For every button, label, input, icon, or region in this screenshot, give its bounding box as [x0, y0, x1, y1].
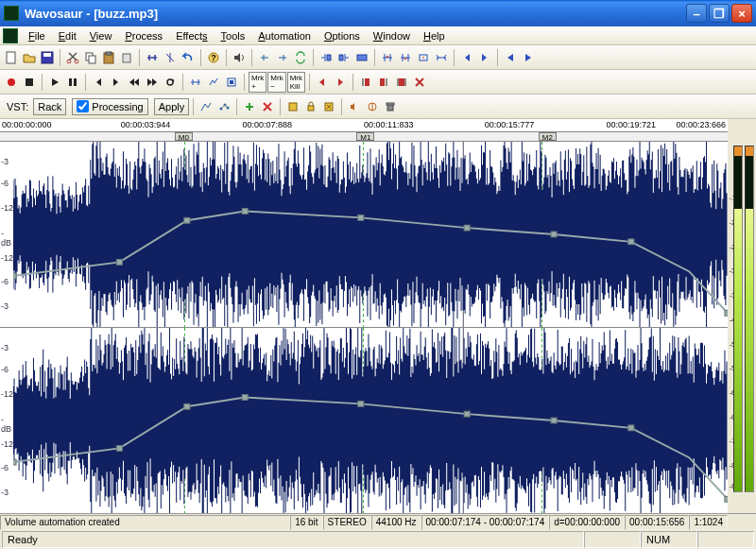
svg-rect-15: [26, 78, 33, 86]
loop-both-icon[interactable]: [393, 74, 410, 91]
gostart-icon[interactable]: [458, 49, 475, 66]
vst-apply-button[interactable]: Apply: [154, 98, 190, 115]
proc1-icon[interactable]: [187, 74, 204, 91]
sel-l-icon[interactable]: [318, 49, 335, 66]
skip-next-icon[interactable]: [520, 49, 537, 66]
menu-edit[interactable]: Edit: [52, 28, 83, 43]
ruler-tick: 00:00:07:888: [242, 120, 292, 129]
zoomin-icon[interactable]: [379, 49, 396, 66]
menu-window[interactable]: Window: [367, 28, 417, 43]
env-icon-1[interactable]: [198, 98, 215, 115]
record-button[interactable]: [3, 74, 20, 91]
menu-tools[interactable]: Tools: [215, 28, 252, 43]
copy-icon[interactable]: [82, 49, 99, 66]
menu-options[interactable]: Options: [318, 28, 367, 43]
loop-del-icon[interactable]: [411, 74, 428, 91]
ruler-tick: 00:00:11:833: [364, 120, 414, 129]
svg-rect-51: [116, 445, 122, 451]
svg-rect-37: [116, 259, 122, 265]
menu-view[interactable]: View: [83, 28, 119, 43]
marker-2[interactable]: M2: [539, 132, 557, 141]
menu-effects[interactable]: Effects: [169, 28, 214, 43]
svg-rect-8: [106, 52, 112, 55]
time-ruler[interactable]: 00:00:00:000 00:00:03:944 00:00:07:888 0…: [0, 119, 728, 132]
pan-env-icon[interactable]: [364, 98, 381, 115]
zoom-icon-1[interactable]: [256, 49, 273, 66]
go-begin-button[interactable]: [90, 74, 107, 91]
menu-help[interactable]: Help: [417, 28, 452, 43]
wave-channel-left[interactable]: -3-6-12 -dB -12-6-3: [0, 142, 728, 328]
env-a-icon[interactable]: [284, 98, 301, 115]
svg-rect-19: [365, 78, 369, 86]
env-add-icon[interactable]: [241, 98, 258, 115]
env-icon-2[interactable]: [215, 98, 232, 115]
status-scrl: [697, 531, 754, 548]
editor: 00:00:00:000 00:00:03:944 00:00:07:888 0…: [0, 119, 728, 513]
paste-icon[interactable]: [100, 49, 117, 66]
mark-go-l-icon[interactable]: [314, 74, 331, 91]
mark-plus-icon[interactable]: Mrk+: [249, 72, 266, 93]
forward-button[interactable]: [144, 74, 161, 91]
minimize-button[interactable]: –: [686, 4, 707, 23]
crop-icon[interactable]: [144, 49, 161, 66]
info-message: Volume automation created: [0, 515, 290, 530]
vst-processing-button[interactable]: Processing: [72, 98, 147, 115]
new-icon[interactable]: [3, 49, 20, 66]
env-del-icon[interactable]: [259, 98, 276, 115]
help-icon[interactable]: ?: [205, 49, 222, 66]
menu-file[interactable]: File: [22, 28, 52, 43]
cut-icon[interactable]: [64, 49, 81, 66]
loop-l-icon[interactable]: [357, 74, 374, 91]
vst-processing-checkbox[interactable]: [77, 100, 89, 112]
env-b-icon[interactable]: [320, 98, 337, 115]
delete-icon[interactable]: [118, 49, 135, 66]
zoom-icon-2[interactable]: [274, 49, 291, 66]
trim-icon[interactable]: [162, 49, 179, 66]
goend-icon[interactable]: [476, 49, 493, 66]
open-icon[interactable]: [21, 49, 38, 66]
proc2-icon[interactable]: [205, 74, 222, 91]
svg-rect-17: [74, 78, 77, 86]
marker-0[interactable]: M0: [175, 132, 193, 141]
svg-rect-25: [289, 103, 297, 111]
vst-rack-button[interactable]: Rack: [33, 98, 66, 115]
menu-process[interactable]: Process: [118, 28, 169, 43]
trash-icon[interactable]: [382, 98, 399, 115]
toolbar-vst: VST: Rack Processing Apply: [0, 94, 756, 119]
lock-icon[interactable]: [302, 98, 319, 115]
save-icon[interactable]: [39, 49, 56, 66]
mdi-icon[interactable]: [3, 28, 18, 43]
proc3-icon[interactable]: [223, 74, 240, 91]
loop-button[interactable]: [162, 74, 179, 91]
mark-go-r-icon[interactable]: [332, 74, 349, 91]
loop-r-icon[interactable]: [375, 74, 392, 91]
volume-icon[interactable]: [231, 49, 248, 66]
mark-kill-icon[interactable]: MrkKill: [287, 72, 305, 93]
svg-rect-39: [242, 209, 248, 214]
undo-icon[interactable]: [180, 49, 197, 66]
zoomsel-icon[interactable]: [415, 49, 432, 66]
go-end-button[interactable]: [108, 74, 125, 91]
stop-button[interactable]: [21, 74, 38, 91]
sync-icon[interactable]: [292, 49, 309, 66]
mark-minus-icon[interactable]: Mrk−: [267, 72, 285, 93]
vol-env-icon[interactable]: [346, 98, 363, 115]
sel-r-icon[interactable]: [335, 49, 352, 66]
zoomfull-icon[interactable]: [433, 49, 450, 66]
info-length: 00:00:15:656: [625, 515, 689, 530]
menu-automation[interactable]: Automation: [251, 28, 318, 43]
svg-rect-21: [399, 78, 404, 86]
pause-button[interactable]: [64, 74, 81, 91]
play-button[interactable]: [46, 74, 63, 91]
wave-channel-right[interactable]: -3-6-12 -dB -12-6-3: [0, 328, 728, 513]
marker-bar[interactable]: M0 M1 M2: [0, 132, 728, 142]
maximize-button[interactable]: ❐: [709, 4, 730, 23]
rewind-button[interactable]: [126, 74, 143, 91]
zoomout-icon[interactable]: [397, 49, 414, 66]
skip-prev-icon[interactable]: [502, 49, 519, 66]
sel-all-icon[interactable]: [353, 49, 370, 66]
marker-1[interactable]: M1: [356, 132, 374, 141]
toolbar-file: ?: [0, 45, 756, 70]
close-button[interactable]: ×: [731, 4, 752, 23]
svg-rect-56: [551, 418, 557, 423]
